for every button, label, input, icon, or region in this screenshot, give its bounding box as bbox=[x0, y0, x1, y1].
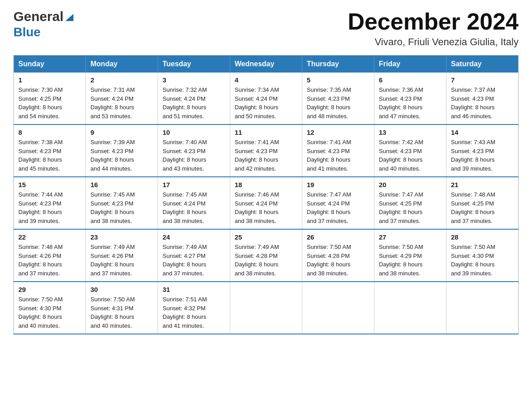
day-number: 5 bbox=[307, 76, 369, 84]
day-info: Sunrise: 7:47 AM Sunset: 4:25 PM Dayligh… bbox=[379, 190, 442, 225]
logo-general-blue: General bbox=[13, 9, 74, 25]
calendar-day-cell: 12 Sunrise: 7:41 AM Sunset: 4:23 PM Dayl… bbox=[302, 124, 374, 177]
day-number: 23 bbox=[90, 233, 153, 241]
day-info: Sunrise: 7:50 AM Sunset: 4:30 PM Dayligh… bbox=[451, 243, 514, 278]
day-info: Sunrise: 7:49 AM Sunset: 4:27 PM Dayligh… bbox=[163, 243, 225, 278]
day-number: 8 bbox=[18, 128, 81, 136]
day-number: 24 bbox=[163, 233, 225, 241]
day-info: Sunrise: 7:50 AM Sunset: 4:29 PM Dayligh… bbox=[379, 243, 442, 278]
day-info: Sunrise: 7:36 AM Sunset: 4:23 PM Dayligh… bbox=[379, 86, 442, 120]
calendar-day-cell: 20 Sunrise: 7:47 AM Sunset: 4:25 PM Dayl… bbox=[374, 177, 446, 229]
day-number: 22 bbox=[18, 233, 81, 241]
calendar-day-cell: 6 Sunrise: 7:36 AM Sunset: 4:23 PM Dayli… bbox=[374, 73, 446, 124]
calendar-day-cell: 30 Sunrise: 7:50 AM Sunset: 4:31 PM Dayl… bbox=[86, 282, 158, 334]
day-number: 16 bbox=[90, 181, 153, 188]
calendar-body: 1 Sunrise: 7:30 AM Sunset: 4:25 PM Dayli… bbox=[14, 73, 519, 334]
calendar-day-cell: 27 Sunrise: 7:50 AM Sunset: 4:29 PM Dayl… bbox=[374, 229, 446, 282]
page-header: General Blue December 2024 Vivaro, Friul… bbox=[13, 9, 519, 48]
day-number: 2 bbox=[90, 76, 153, 84]
calendar-day-cell: 25 Sunrise: 7:49 AM Sunset: 4:28 PM Dayl… bbox=[230, 229, 302, 282]
day-number: 6 bbox=[379, 76, 442, 84]
day-number: 9 bbox=[90, 128, 153, 136]
day-info: Sunrise: 7:32 AM Sunset: 4:24 PM Dayligh… bbox=[163, 86, 225, 120]
col-tuesday: Tuesday bbox=[158, 56, 230, 73]
calendar-day-cell: 11 Sunrise: 7:41 AM Sunset: 4:23 PM Dayl… bbox=[230, 124, 302, 177]
day-info: Sunrise: 7:30 AM Sunset: 4:25 PM Dayligh… bbox=[18, 86, 81, 120]
calendar-day-cell: 4 Sunrise: 7:34 AM Sunset: 4:24 PM Dayli… bbox=[230, 73, 302, 124]
day-info: Sunrise: 7:49 AM Sunset: 4:28 PM Dayligh… bbox=[235, 243, 297, 278]
calendar-week-row: 1 Sunrise: 7:30 AM Sunset: 4:25 PM Dayli… bbox=[14, 73, 519, 124]
calendar-day-cell bbox=[446, 282, 519, 334]
calendar-location: Vivaro, Friuli Venezia Giulia, Italy bbox=[348, 36, 519, 48]
logo: General Blue bbox=[13, 9, 74, 39]
calendar-day-cell: 23 Sunrise: 7:49 AM Sunset: 4:26 PM Dayl… bbox=[86, 229, 158, 282]
day-info: Sunrise: 7:51 AM Sunset: 4:32 PM Dayligh… bbox=[163, 295, 225, 330]
day-info: Sunrise: 7:45 AM Sunset: 4:24 PM Dayligh… bbox=[163, 190, 225, 225]
day-info: Sunrise: 7:48 AM Sunset: 4:25 PM Dayligh… bbox=[451, 190, 514, 225]
day-number: 27 bbox=[379, 233, 442, 241]
day-info: Sunrise: 7:44 AM Sunset: 4:23 PM Dayligh… bbox=[18, 190, 81, 225]
day-info: Sunrise: 7:50 AM Sunset: 4:31 PM Dayligh… bbox=[90, 295, 153, 330]
col-wednesday: Wednesday bbox=[230, 56, 302, 73]
calendar-title-area: December 2024 Vivaro, Friuli Venezia Giu… bbox=[348, 9, 519, 48]
calendar-week-row: 15 Sunrise: 7:44 AM Sunset: 4:23 PM Dayl… bbox=[14, 177, 519, 229]
day-info: Sunrise: 7:47 AM Sunset: 4:24 PM Dayligh… bbox=[307, 190, 369, 225]
col-friday: Friday bbox=[374, 56, 446, 73]
day-number: 15 bbox=[18, 181, 81, 188]
calendar-day-cell: 9 Sunrise: 7:39 AM Sunset: 4:23 PM Dayli… bbox=[86, 124, 158, 177]
calendar-day-cell: 17 Sunrise: 7:45 AM Sunset: 4:24 PM Dayl… bbox=[158, 177, 230, 229]
svg-marker-0 bbox=[65, 14, 73, 21]
day-number: 26 bbox=[307, 233, 369, 241]
day-info: Sunrise: 7:50 AM Sunset: 4:28 PM Dayligh… bbox=[307, 243, 369, 278]
calendar-week-row: 29 Sunrise: 7:50 AM Sunset: 4:30 PM Dayl… bbox=[14, 282, 519, 334]
calendar-week-row: 22 Sunrise: 7:48 AM Sunset: 4:26 PM Dayl… bbox=[14, 229, 519, 282]
day-number: 1 bbox=[18, 76, 81, 84]
calendar-day-cell: 5 Sunrise: 7:35 AM Sunset: 4:23 PM Dayli… bbox=[302, 73, 374, 124]
day-info: Sunrise: 7:42 AM Sunset: 4:23 PM Dayligh… bbox=[379, 138, 442, 173]
day-info: Sunrise: 7:38 AM Sunset: 4:23 PM Dayligh… bbox=[18, 138, 81, 173]
day-number: 21 bbox=[451, 181, 514, 188]
day-number: 30 bbox=[90, 286, 153, 293]
calendar-day-cell: 13 Sunrise: 7:42 AM Sunset: 4:23 PM Dayl… bbox=[374, 124, 446, 177]
calendar-month-year: December 2024 bbox=[348, 9, 519, 34]
calendar-day-cell: 22 Sunrise: 7:48 AM Sunset: 4:26 PM Dayl… bbox=[14, 229, 86, 282]
calendar-day-cell: 14 Sunrise: 7:43 AM Sunset: 4:23 PM Dayl… bbox=[446, 124, 519, 177]
logo-blue-text: Blue bbox=[13, 25, 41, 39]
logo-general-text: General bbox=[13, 9, 74, 24]
calendar-day-cell: 3 Sunrise: 7:32 AM Sunset: 4:24 PM Dayli… bbox=[158, 73, 230, 124]
calendar-day-cell: 15 Sunrise: 7:44 AM Sunset: 4:23 PM Dayl… bbox=[14, 177, 86, 229]
day-number: 3 bbox=[163, 76, 225, 84]
col-monday: Monday bbox=[86, 56, 158, 73]
calendar-day-cell: 29 Sunrise: 7:50 AM Sunset: 4:30 PM Dayl… bbox=[14, 282, 86, 334]
calendar-table: Sunday Monday Tuesday Wednesday Thursday… bbox=[13, 55, 519, 334]
day-number: 10 bbox=[163, 128, 225, 136]
day-number: 31 bbox=[163, 286, 225, 293]
col-saturday: Saturday bbox=[446, 56, 519, 73]
col-thursday: Thursday bbox=[302, 56, 374, 73]
calendar-day-cell: 31 Sunrise: 7:51 AM Sunset: 4:32 PM Dayl… bbox=[158, 282, 230, 334]
day-number: 14 bbox=[451, 128, 514, 136]
calendar-day-cell: 1 Sunrise: 7:30 AM Sunset: 4:25 PM Dayli… bbox=[14, 73, 86, 124]
day-info: Sunrise: 7:49 AM Sunset: 4:26 PM Dayligh… bbox=[90, 243, 153, 278]
day-number: 20 bbox=[379, 181, 442, 188]
calendar-day-cell: 19 Sunrise: 7:47 AM Sunset: 4:24 PM Dayl… bbox=[302, 177, 374, 229]
calendar-day-cell: 21 Sunrise: 7:48 AM Sunset: 4:25 PM Dayl… bbox=[446, 177, 519, 229]
col-sunday: Sunday bbox=[14, 56, 86, 73]
day-info: Sunrise: 7:34 AM Sunset: 4:24 PM Dayligh… bbox=[235, 86, 297, 120]
day-info: Sunrise: 7:37 AM Sunset: 4:23 PM Dayligh… bbox=[451, 86, 514, 120]
day-number: 11 bbox=[235, 128, 297, 136]
day-number: 28 bbox=[451, 233, 514, 241]
day-number: 4 bbox=[235, 76, 297, 84]
calendar-day-cell bbox=[374, 282, 446, 334]
day-info: Sunrise: 7:40 AM Sunset: 4:23 PM Dayligh… bbox=[163, 138, 225, 173]
day-info: Sunrise: 7:41 AM Sunset: 4:23 PM Dayligh… bbox=[307, 138, 369, 173]
calendar-header-row: Sunday Monday Tuesday Wednesday Thursday… bbox=[14, 56, 519, 73]
day-number: 18 bbox=[235, 181, 297, 188]
day-number: 29 bbox=[18, 286, 81, 293]
day-info: Sunrise: 7:48 AM Sunset: 4:26 PM Dayligh… bbox=[18, 243, 81, 278]
day-info: Sunrise: 7:35 AM Sunset: 4:23 PM Dayligh… bbox=[307, 86, 369, 120]
calendar-day-cell: 2 Sunrise: 7:31 AM Sunset: 4:24 PM Dayli… bbox=[86, 73, 158, 124]
logo-triangle-icon bbox=[64, 12, 74, 22]
day-info: Sunrise: 7:41 AM Sunset: 4:23 PM Dayligh… bbox=[235, 138, 297, 173]
calendar-day-cell bbox=[230, 282, 302, 334]
